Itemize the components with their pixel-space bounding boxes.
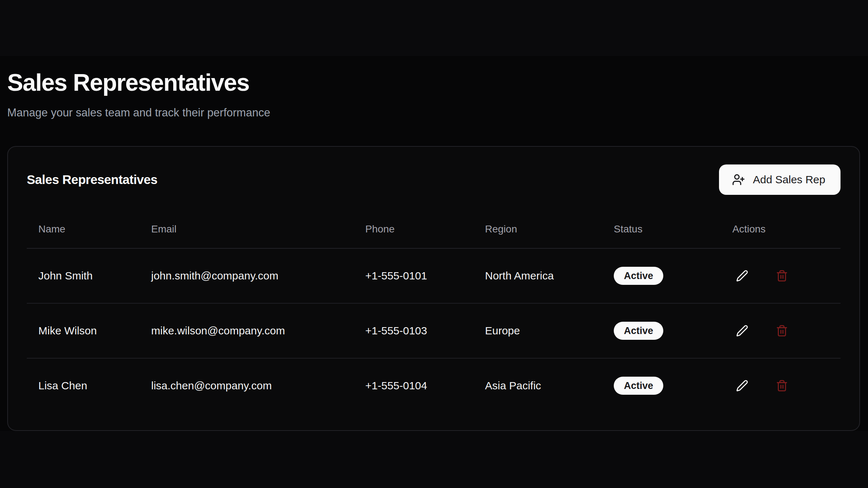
table-body: John Smith john.smith@company.com +1-555… bbox=[27, 248, 841, 413]
page-container: Sales Representatives Manage your sales … bbox=[0, 0, 868, 431]
column-header-name: Name bbox=[27, 210, 140, 248]
column-header-email: Email bbox=[140, 210, 354, 248]
rep-name: Mike Wilson bbox=[27, 303, 140, 358]
bottom-background-band bbox=[0, 431, 868, 488]
pencil-icon bbox=[736, 270, 748, 282]
table-row: John Smith john.smith@company.com +1-555… bbox=[27, 248, 841, 303]
table-row: Lisa Chen lisa.chen@company.com +1-555-0… bbox=[27, 358, 841, 413]
card-header: Sales Representatives Add Sales Rep bbox=[27, 164, 841, 195]
rep-region: North America bbox=[473, 248, 602, 303]
pencil-icon bbox=[736, 325, 748, 337]
rep-region: Asia Pacific bbox=[473, 358, 602, 413]
add-sales-rep-button-label: Add Sales Rep bbox=[753, 174, 825, 186]
column-header-status: Status bbox=[602, 210, 721, 248]
status-badge: Active bbox=[614, 267, 663, 285]
rep-name: John Smith bbox=[27, 248, 140, 303]
trash-icon bbox=[776, 325, 788, 337]
pencil-icon bbox=[736, 380, 748, 392]
table-row: Mike Wilson mike.wilson@company.com +1-5… bbox=[27, 303, 841, 358]
trash-icon bbox=[776, 380, 788, 392]
rep-phone: +1-555-0101 bbox=[354, 248, 473, 303]
sales-reps-card: Sales Representatives Add Sales Rep bbox=[7, 146, 860, 431]
status-badge: Active bbox=[614, 377, 663, 395]
column-header-phone: Phone bbox=[354, 210, 473, 248]
edit-button[interactable] bbox=[732, 376, 752, 395]
user-plus-icon bbox=[732, 173, 745, 186]
card-title: Sales Representatives bbox=[27, 172, 157, 187]
sales-reps-table: Name Email Phone Region Status Actions J… bbox=[27, 210, 841, 413]
column-header-actions: Actions bbox=[721, 210, 841, 248]
add-sales-rep-button[interactable]: Add Sales Rep bbox=[719, 164, 841, 195]
rep-phone: +1-555-0104 bbox=[354, 358, 473, 413]
page-subtitle: Manage your sales team and track their p… bbox=[7, 106, 861, 120]
column-header-region: Region bbox=[473, 210, 602, 248]
page-title: Sales Representatives bbox=[7, 69, 861, 95]
delete-button[interactable] bbox=[772, 321, 792, 341]
rep-email: lisa.chen@company.com bbox=[140, 358, 354, 413]
row-actions bbox=[732, 321, 829, 341]
rep-phone: +1-555-0103 bbox=[354, 303, 473, 358]
rep-name: Lisa Chen bbox=[27, 358, 140, 413]
edit-button[interactable] bbox=[732, 266, 752, 286]
delete-button[interactable] bbox=[772, 266, 792, 286]
rep-email: john.smith@company.com bbox=[140, 248, 354, 303]
status-badge: Active bbox=[614, 322, 663, 340]
row-actions bbox=[732, 266, 829, 286]
rep-region: Europe bbox=[473, 303, 602, 358]
rep-email: mike.wilson@company.com bbox=[140, 303, 354, 358]
row-actions bbox=[732, 376, 829, 395]
edit-button[interactable] bbox=[732, 321, 752, 341]
table-header-row: Name Email Phone Region Status Actions bbox=[27, 210, 841, 248]
delete-button[interactable] bbox=[772, 376, 792, 395]
trash-icon bbox=[776, 270, 788, 282]
